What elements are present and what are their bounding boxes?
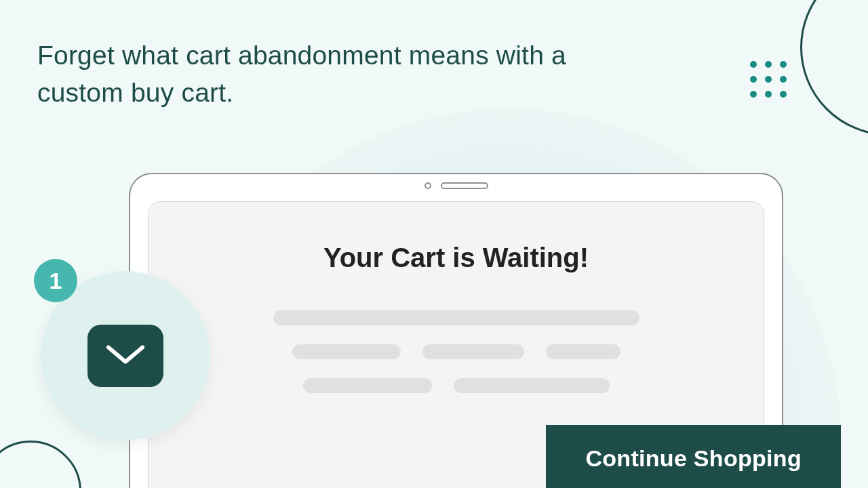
decorative-dot-grid [750, 61, 787, 98]
skeleton-line [546, 344, 620, 359]
skeleton-placeholder-group [149, 310, 764, 393]
tablet-top-hardware [425, 182, 488, 189]
decorative-arc-bottom-left [0, 441, 81, 488]
mail-icon [87, 325, 163, 387]
skeleton-line [303, 378, 432, 393]
continue-shopping-button[interactable]: Continue Shopping [546, 425, 841, 488]
skeleton-line [454, 378, 610, 393]
skeleton-line [273, 310, 639, 325]
notification-count-badge: 1 [34, 259, 77, 302]
mail-notification-cluster: 1 [41, 271, 210, 441]
skeleton-line [292, 344, 401, 359]
tablet-speaker-icon [441, 182, 488, 189]
cart-title: Your Cart is Waiting! [149, 243, 764, 273]
skeleton-line [422, 344, 524, 359]
decorative-arc-top-right [800, 0, 868, 136]
tablet-camera-icon [425, 182, 431, 189]
headline-text: Forget what cart abandonment means with … [37, 37, 566, 111]
